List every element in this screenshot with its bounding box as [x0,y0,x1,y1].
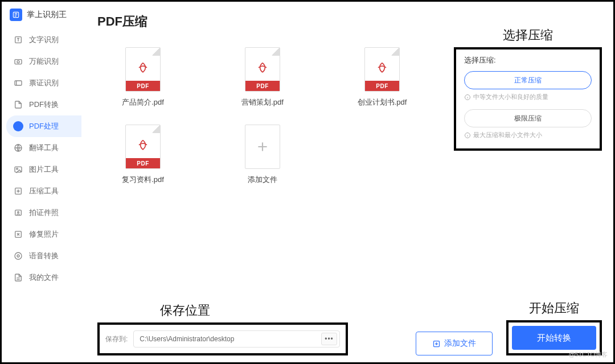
annotation-compress: 选择压缩 [503,27,553,44]
files-icon [13,272,23,283]
nav-compress-tools[interactable]: 压缩工具 [6,180,81,202]
translate-icon [13,143,23,153]
nav-translate[interactable]: 翻译工具 [6,137,81,159]
add-file-tile[interactable]: 添加文件 [217,125,308,185]
app-logo-icon [10,9,22,21]
nav-label: 文字识别 [29,35,59,45]
image-icon [13,164,23,175]
save-to-label: 保存到: [105,334,128,344]
pdf-logo-icon [374,60,390,76]
text-icon [13,35,23,45]
id-photo-icon [13,208,23,218]
svg-point-12 [15,253,22,259]
pdf-logo-icon [135,138,151,154]
nav-universal-ocr[interactable]: 万能识别 [6,51,81,72]
nav-pdf-process[interactable]: PDF处理 [6,115,81,137]
add-file-button[interactable]: 添加文件 [416,332,493,355]
main-area: PDF压缩 PDF 产品简介.pdf PDF [86,2,613,362]
nav-audio[interactable]: 语音转换 [6,245,81,267]
file-name: 产品简介.pdf [122,97,164,107]
nav-text-ocr[interactable]: 文字识别 [6,29,81,51]
compress-label: 选择压缩: [464,55,592,65]
sidebar: 掌上识别王 文字识别 万能识别 票证识别 PDF转换 PDF处理 [2,2,86,362]
nav-label: 拍证件照 [29,208,59,218]
start-convert-button[interactable]: 开始转换 [512,326,596,350]
pdf-band: PDF [245,81,280,91]
add-tile-label: 添加文件 [248,175,277,185]
annotation-save: 保存位置 [160,302,210,319]
audio-icon [13,251,23,261]
nav-label: 语音转换 [29,251,59,261]
svg-point-7 [17,168,18,169]
nav-label: 翻译工具 [29,143,59,153]
nav-ticket-ocr[interactable]: 票证识别 [6,72,81,94]
nav-repair-photo[interactable]: 修复照片 [6,224,81,245]
info-icon [464,94,471,101]
save-location-box: 保存到: ••• [97,322,348,355]
pdf-band: PDF [365,81,399,91]
svg-point-10 [18,212,19,213]
pdf-convert-icon [13,100,23,110]
camera-icon [13,56,23,67]
nav-label: PDF转换 [29,100,59,110]
pdf-band: PDF [126,81,160,91]
nav-label: 压缩工具 [29,186,59,196]
pdf-process-icon [13,121,23,131]
file-item[interactable]: PDF 创业计划书.pdf [337,47,428,107]
pdf-logo-icon [135,60,151,76]
nav-label: 万能识别 [29,56,59,67]
svg-point-3 [17,61,19,63]
save-path-input[interactable] [140,335,321,343]
info-icon [464,132,471,139]
app-name: 掌上识别王 [27,10,67,20]
add-tile-box[interactable] [245,125,280,169]
nav-label: 我的文件 [29,272,59,283]
compress-icon [13,186,23,196]
pdf-thumb: PDF [245,47,280,92]
file-name: 创业计划书.pdf [358,97,407,107]
add-file-icon [432,340,441,348]
nav: 文字识别 万能识别 票证识别 PDF转换 PDF处理 翻译工具 [2,29,86,288]
hint-max: 最大压缩和最小文件大小 [464,131,592,139]
pdf-thumb: PDF [125,125,161,169]
file-item[interactable]: PDF 产品简介.pdf [97,47,188,107]
repair-icon [13,229,23,239]
pdf-band: PDF [126,158,160,168]
browse-button[interactable]: ••• [321,333,337,345]
file-name: 营销策划.pdf [241,97,284,107]
annotation-start: 开始压缩 [529,300,579,317]
nav-my-files[interactable]: 我的文件 [6,267,81,288]
option-normal-compress[interactable]: 正常压缩 [464,71,592,89]
pdf-logo-icon [255,60,270,76]
svg-rect-4 [15,81,22,85]
compress-panel: 选择压缩: 正常压缩 中等文件大小和良好的质量 极限压缩 最大压缩和最小文件大小 [454,47,602,151]
nav-pdf-convert[interactable]: PDF转换 [6,94,81,115]
nav-image-tools[interactable]: 图片工具 [6,159,81,180]
nav-id-photo[interactable]: 拍证件照 [6,202,81,224]
plus-icon [255,139,270,154]
nav-label: 修复照片 [29,229,59,239]
file-item[interactable]: PDF 营销策划.pdf [217,47,308,107]
file-name: 复习资料.pdf [122,175,164,185]
file-area: PDF 产品简介.pdf PDF 营销策划.pdf [97,47,445,312]
save-path-field[interactable]: ••• [133,330,340,348]
file-item[interactable]: PDF 复习资料.pdf [97,125,188,185]
ticket-icon [13,78,23,88]
svg-point-13 [17,255,19,257]
brand: 掌上识别王 [2,9,86,29]
pdf-thumb: PDF [125,47,161,92]
option-max-compress[interactable]: 极限压缩 [464,109,592,127]
svg-rect-2 [15,60,22,64]
hint-normal: 中等文件大小和良好的质量 [464,93,592,101]
pdf-thumb: PDF [364,47,400,92]
watermark: @51CTO博客 [569,350,608,359]
add-file-label: 添加文件 [444,338,476,349]
nav-label: 票证识别 [29,78,59,88]
nav-label: PDF处理 [29,121,59,131]
nav-label: 图片工具 [29,164,59,175]
